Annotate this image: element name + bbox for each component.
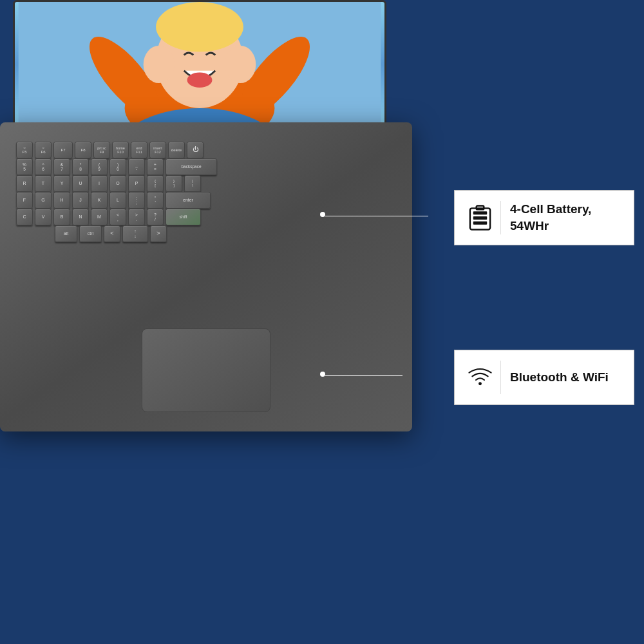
key-v: V	[35, 209, 52, 225]
svg-rect-14	[473, 222, 487, 225]
key-u: U	[72, 175, 89, 192]
key-right: >	[150, 225, 167, 242]
key-f7: F7	[53, 142, 73, 158]
svg-point-5	[156, 2, 243, 52]
svg-point-6	[187, 73, 213, 88]
key-k: K	[91, 192, 108, 209]
wifi-icon-container	[468, 361, 501, 394]
battery-callout-box: 4-Cell Battery,54WHr	[454, 190, 634, 245]
key-g: G	[35, 192, 52, 209]
screen-photo	[15, 2, 384, 127]
cvbnm-row: C V B N M <, >. ?/ shift	[16, 209, 396, 225]
key-home: homeF10	[112, 142, 129, 158]
key-f8: F8	[75, 142, 91, 158]
key-y: Y	[53, 175, 70, 192]
key-t: T	[35, 175, 52, 192]
key-7: &7	[53, 158, 70, 175]
key-j: J	[72, 192, 89, 209]
fghjkl-row: F G H J K L :; "' enter	[16, 192, 396, 209]
wifi-connector-dot	[320, 372, 325, 377]
svg-point-8	[225, 46, 256, 83]
key-shift: shift	[166, 209, 201, 225]
key-enter: enter	[166, 192, 211, 209]
key-5: %5	[16, 158, 33, 175]
key-i: I	[91, 175, 108, 192]
key-equals: +=	[147, 158, 164, 175]
key-power: ⏻	[187, 142, 204, 158]
key-delete: delete	[168, 142, 185, 158]
key-b: B	[53, 209, 70, 225]
key-minus: _-	[128, 158, 145, 175]
key-9: (9	[91, 158, 108, 175]
key-0: )0	[109, 158, 126, 175]
svg-rect-13	[473, 216, 487, 220]
key-backspace: backspace	[166, 158, 217, 175]
wifi-label: Bluetooth & WiFi	[510, 369, 609, 386]
wifi-icon	[468, 362, 493, 393]
key-f: F	[16, 192, 33, 209]
battery-icon-container	[468, 201, 501, 234]
laptop-screen	[13, 0, 386, 129]
battery-label: 4-Cell Battery,54WHr	[510, 201, 591, 234]
key-l: L	[109, 192, 126, 209]
key-f6: ☼F6	[35, 142, 52, 158]
key-m: M	[91, 209, 108, 225]
svg-point-15	[478, 382, 482, 385]
key-comma: <,	[109, 209, 126, 225]
key-prtsc: prt scF9	[93, 142, 110, 158]
touchpad[interactable]	[142, 328, 270, 412]
key-ctrl: ctrl	[79, 225, 102, 242]
key-p: P	[128, 175, 145, 192]
key-bracket-close: }]	[166, 175, 182, 192]
key-insert: insertF12	[149, 142, 166, 158]
wifi-callout-box: Bluetooth & WiFi	[454, 350, 634, 405]
main-container: ☼F5 ☼F6 F7 F8 prt scF9 homeF10 endF11 in…	[0, 0, 644, 644]
battery-connector-dot	[320, 212, 325, 217]
key-left: <	[104, 225, 120, 242]
key-backslash: |\	[184, 175, 201, 192]
bottom-row: alt ctrl < ↑↓ >	[55, 225, 396, 242]
key-end: endF11	[131, 142, 147, 158]
rtyuiop-row: R T Y U I O P {[ }] |\	[16, 175, 396, 192]
key-r: R	[16, 175, 33, 192]
number-key-row: %5 ^6 &7 *8 (9 )0 _- += backspace	[16, 158, 396, 175]
wifi-connector-line	[325, 375, 402, 376]
battery-connector-line	[325, 216, 428, 216]
key-c: C	[16, 209, 33, 225]
svg-rect-12	[473, 211, 487, 214]
svg-point-7	[144, 46, 175, 83]
keyboard-body: ☼F5 ☼F6 F7 F8 prt scF9 homeF10 endF11 in…	[0, 122, 412, 431]
key-alt: alt	[55, 225, 77, 242]
laptop-area: ☼F5 ☼F6 F7 F8 prt scF9 homeF10 endF11 in…	[0, 0, 419, 515]
key-6: ^6	[35, 158, 52, 175]
key-f5: ☼F5	[16, 142, 33, 158]
key-h: H	[53, 192, 70, 209]
key-slash: ?/	[147, 209, 164, 225]
key-updown: ↑↓	[122, 225, 148, 242]
key-semicolon: :;	[128, 192, 145, 209]
key-period: >.	[128, 209, 145, 225]
key-bracket-open: {[	[147, 175, 164, 192]
battery-icon	[468, 203, 493, 232]
function-key-row: ☼F5 ☼F6 F7 F8 prt scF9 homeF10 endF11 in…	[16, 142, 396, 158]
key-8: *8	[72, 158, 89, 175]
key-o: O	[109, 175, 126, 192]
key-quote: "'	[147, 192, 164, 209]
screen-illustration	[15, 2, 384, 127]
key-n: N	[72, 209, 89, 225]
